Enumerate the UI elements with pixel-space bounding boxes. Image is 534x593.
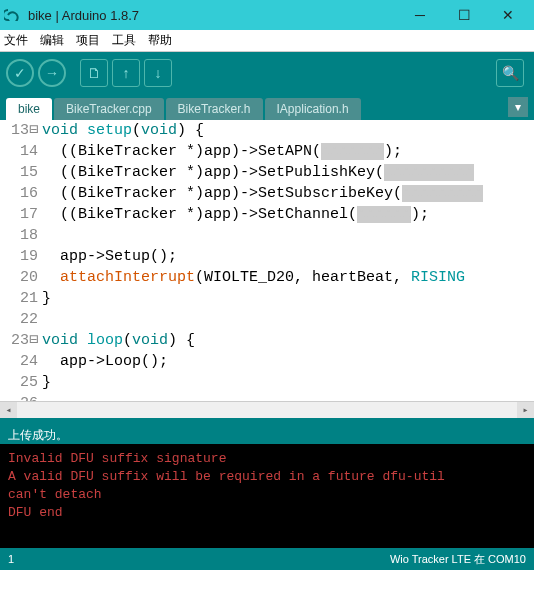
minimize-button[interactable]: ─ xyxy=(398,0,442,30)
serial-monitor-button[interactable]: 🔍 xyxy=(496,59,524,87)
verify-button[interactable]: ✓ xyxy=(6,59,34,87)
tabbar: bikeBikeTracker.cppBikeTracker.hIApplica… xyxy=(0,94,534,120)
scroll-left-icon[interactable]: ◂ xyxy=(0,402,17,419)
tab-BikeTracker-h[interactable]: BikeTracker.h xyxy=(166,98,263,120)
scroll-right-icon[interactable]: ▸ xyxy=(517,402,534,419)
maximize-button[interactable]: ☐ xyxy=(442,0,486,30)
tab-bike[interactable]: bike xyxy=(6,98,52,120)
window-title: bike | Arduino 1.8.7 xyxy=(28,8,398,23)
tab-menu-button[interactable]: ▾ xyxy=(508,97,528,117)
tab-IApplication-h[interactable]: IApplication.h xyxy=(265,98,361,120)
statusbar: 1 Wio Tracker LTE 在 COM10 xyxy=(0,548,534,570)
upload-button[interactable]: → xyxy=(38,59,66,87)
code-source[interactable]: void setup(void) { ((BikeTracker *)app)-… xyxy=(42,120,534,414)
new-button[interactable]: 🗋 xyxy=(80,59,108,87)
status-right: Wio Tracker LTE 在 COM10 xyxy=(390,552,526,567)
menu-edit[interactable]: 编辑 xyxy=(40,32,64,49)
console-output[interactable]: Invalid DFU suffix signature A valid DFU… xyxy=(0,444,534,548)
menu-help[interactable]: 帮助 xyxy=(148,32,172,49)
menu-tools[interactable]: 工具 xyxy=(112,32,136,49)
menu-file[interactable]: 文件 xyxy=(4,32,28,49)
arduino-logo-icon xyxy=(4,6,22,24)
toolbar: ✓ → 🗋 ↑ ↓ 🔍 xyxy=(0,52,534,94)
save-button[interactable]: ↓ xyxy=(144,59,172,87)
open-button[interactable]: ↑ xyxy=(112,59,140,87)
code-editor[interactable]: 13⊟14 15 16 17 18 19 20 21 22 23⊟24 25 2… xyxy=(0,120,534,418)
line-gutter: 13⊟14 15 16 17 18 19 20 21 22 23⊟24 25 2… xyxy=(0,120,42,414)
tab-BikeTracker-cpp[interactable]: BikeTracker.cpp xyxy=(54,98,164,120)
titlebar: bike | Arduino 1.8.7 ─ ☐ ✕ xyxy=(0,0,534,30)
status-message: 上传成功。 xyxy=(0,424,534,444)
status-left: 1 xyxy=(8,553,14,565)
menu-sketch[interactable]: 项目 xyxy=(76,32,100,49)
horizontal-scrollbar[interactable]: ◂ ▸ xyxy=(0,401,534,418)
close-button[interactable]: ✕ xyxy=(486,0,530,30)
menubar: 文件 编辑 项目 工具 帮助 xyxy=(0,30,534,52)
